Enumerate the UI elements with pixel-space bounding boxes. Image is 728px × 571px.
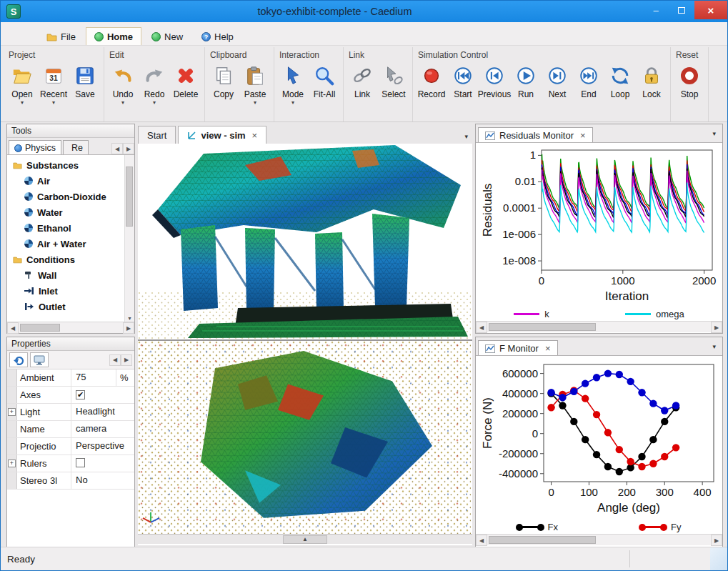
open-button[interactable]: Open▾ bbox=[6, 62, 38, 121]
tree-item-wall[interactable]: Wall bbox=[7, 267, 124, 283]
tree-item-substances[interactable]: Substances bbox=[7, 157, 124, 173]
tree-item-air-water[interactable]: Air + Water bbox=[7, 236, 124, 252]
svg-text:Iteration: Iteration bbox=[605, 289, 649, 303]
minimize-button[interactable]: – bbox=[643, 1, 669, 19]
copy-button[interactable]: Copy bbox=[208, 62, 239, 121]
tabbar-chevron-icon[interactable]: ▾ bbox=[460, 133, 472, 144]
wall-icon bbox=[24, 271, 34, 279]
tab-view-sim[interactable]: view - sim× bbox=[178, 126, 266, 144]
scroll-right-button[interactable]: ▶ bbox=[711, 322, 722, 333]
tree-item-carbon-dioxide[interactable]: Carbon-Dioxide bbox=[7, 189, 124, 204]
save-button[interactable]: Save bbox=[69, 62, 101, 121]
legend-item-k: k bbox=[514, 309, 549, 319]
scrollbar-thumb[interactable] bbox=[20, 324, 60, 332]
paste-button[interactable]: Paste▾ bbox=[239, 62, 271, 121]
tree-item-inlet[interactable]: Inlet bbox=[7, 283, 124, 299]
rulers-checkbox[interactable] bbox=[76, 458, 85, 467]
tree-horizontal-scrollbar[interactable]: ◀▶ bbox=[7, 322, 134, 333]
fit-all-button[interactable]: Fit-All bbox=[309, 62, 340, 121]
tree-item-conditions[interactable]: Conditions bbox=[7, 252, 124, 267]
close-icon[interactable]: × bbox=[580, 130, 586, 141]
menu-home[interactable]: Home bbox=[86, 27, 141, 45]
tab-physics[interactable]: Physics bbox=[9, 140, 61, 154]
tree-vertical-scrollbar[interactable]: ▼ bbox=[124, 155, 134, 322]
undo-button[interactable]: Undo▾ bbox=[107, 62, 139, 121]
tab-scroll-left-button[interactable]: ◀ bbox=[111, 143, 123, 154]
close-icon[interactable]: × bbox=[252, 130, 258, 141]
residuals-legend-scrollbar[interactable]: ◀▶ bbox=[476, 321, 722, 332]
scroll-left-button[interactable]: ◀ bbox=[7, 322, 19, 334]
properties-panel-title: Properties bbox=[7, 337, 134, 351]
menu-new[interactable]: New bbox=[143, 27, 191, 45]
lock-button[interactable]: Lock bbox=[636, 62, 667, 121]
scroll-right-button[interactable]: ▶ bbox=[123, 322, 134, 334]
menu-file[interactable]: File bbox=[38, 27, 84, 45]
paste-clipboard-icon bbox=[244, 64, 266, 87]
properties-scroll-right-button[interactable]: ▶ bbox=[121, 354, 132, 366]
app-window: S tokyo-exhibit-complete - Caedium – × F… bbox=[0, 0, 728, 571]
run-button[interactable]: Run bbox=[510, 62, 542, 121]
start-button[interactable]: Start bbox=[447, 62, 479, 121]
tree-item-ethanol[interactable]: Ethanol bbox=[7, 220, 124, 236]
next-button[interactable]: Next bbox=[542, 62, 573, 121]
viewport-area: ▲ bbox=[138, 144, 472, 545]
tree-item-water[interactable]: Water bbox=[7, 204, 124, 220]
end-button[interactable]: End bbox=[573, 62, 604, 121]
expand-icon[interactable]: + bbox=[8, 460, 16, 467]
substance-icon bbox=[24, 208, 33, 217]
sync-view-button[interactable] bbox=[9, 352, 28, 367]
mode-button[interactable]: Mode▾ bbox=[277, 62, 309, 121]
redo-button[interactable]: Redo▾ bbox=[139, 62, 170, 121]
scrollbar-thumb[interactable] bbox=[489, 323, 596, 331]
tree-item-air[interactable]: Air bbox=[7, 173, 124, 189]
f-legend-scrollbar[interactable]: ◀▶ bbox=[476, 534, 722, 545]
name-value[interactable]: camera bbox=[71, 421, 134, 437]
light-value[interactable]: Headlight bbox=[71, 404, 134, 420]
tab-f-monitor[interactable]: F Monitor × bbox=[478, 340, 558, 355]
svg-text:600000: 600000 bbox=[502, 367, 538, 379]
previous-button[interactable]: Previous bbox=[479, 62, 510, 121]
viewport-3d-vectors[interactable] bbox=[138, 341, 472, 534]
scroll-down-icon[interactable]: ▼ bbox=[125, 316, 134, 321]
scrollbar-thumb[interactable] bbox=[489, 536, 596, 544]
tab-results[interactable]: Re bbox=[63, 140, 89, 154]
resize-grip[interactable] bbox=[710, 547, 727, 570]
axes-checkbox[interactable] bbox=[76, 390, 85, 399]
link-button[interactable]: Link bbox=[346, 62, 378, 121]
copy-icon bbox=[212, 64, 235, 87]
statusbar: Ready bbox=[1, 547, 727, 570]
display-button[interactable] bbox=[30, 352, 49, 367]
stereo-value[interactable]: No bbox=[71, 472, 134, 489]
tab-scroll-right-button[interactable]: ▶ bbox=[123, 143, 134, 154]
expand-icon[interactable]: + bbox=[8, 408, 16, 416]
tree-item-outlet[interactable]: Outlet bbox=[7, 299, 124, 314]
delete-button[interactable]: Delete bbox=[170, 62, 201, 121]
scrollbar-thumb[interactable] bbox=[126, 167, 133, 227]
properties-scroll-left-button[interactable]: ◀ bbox=[109, 354, 121, 366]
recent-button[interactable]: 31Recent▾ bbox=[38, 62, 69, 121]
record-button[interactable]: Record bbox=[416, 62, 447, 121]
panel-menu-chevron-icon[interactable]: ▾ bbox=[706, 130, 722, 137]
close-button[interactable]: × bbox=[694, 1, 727, 19]
panel-menu-chevron-icon[interactable]: ▾ bbox=[706, 343, 722, 350]
loop-arrows-icon bbox=[609, 64, 632, 87]
tab-start[interactable]: Start bbox=[138, 126, 176, 144]
scroll-left-button[interactable]: ◀ bbox=[476, 322, 487, 333]
scroll-right-button[interactable]: ▶ bbox=[711, 535, 722, 546]
viewport-3d-mesh[interactable] bbox=[138, 144, 472, 339]
projection-value[interactable]: Perspective bbox=[71, 438, 134, 455]
select-button[interactable]: Select bbox=[378, 62, 409, 121]
physics-icon bbox=[14, 144, 22, 152]
stop-button[interactable]: Stop bbox=[674, 62, 705, 121]
maximize-button[interactable] bbox=[669, 1, 694, 19]
collapse-handle[interactable]: ▲ bbox=[283, 535, 327, 544]
residuals-monitor-header: Residuals Monitor × ▾ bbox=[476, 124, 722, 143]
loop-button[interactable]: Loop bbox=[604, 62, 636, 121]
scroll-left-button[interactable]: ◀ bbox=[476, 535, 487, 546]
tab-residuals-monitor[interactable]: Residuals Monitor × bbox=[478, 127, 593, 142]
close-icon[interactable]: × bbox=[545, 343, 551, 354]
group-title: Link bbox=[346, 49, 409, 62]
menu-help[interactable]: ?Help bbox=[193, 27, 242, 45]
help-icon: ? bbox=[201, 32, 211, 41]
ambient-value[interactable]: 75 bbox=[71, 369, 116, 386]
